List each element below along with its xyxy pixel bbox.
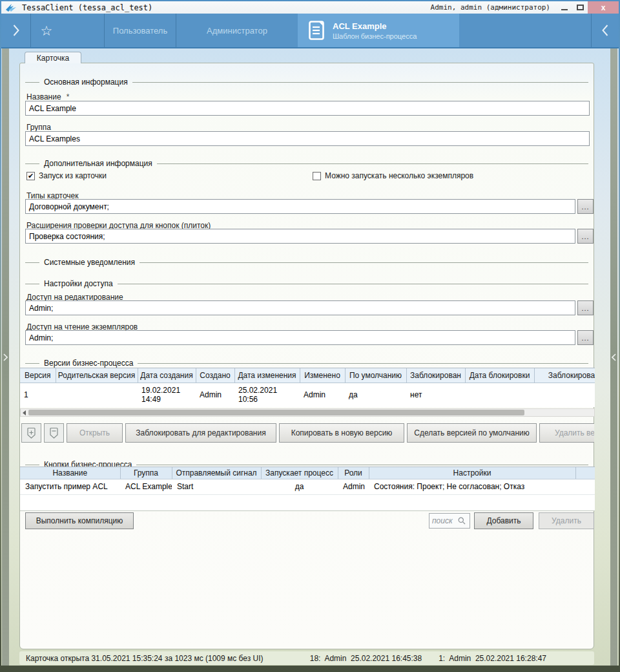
tab-acl-example[interactable]: ACL Example Шаблон бизнес-процесса <box>298 14 459 47</box>
cell-created-by[interactable]: Admin <box>196 383 234 407</box>
column-header[interactable]: Заблокирован сот <box>534 368 595 383</box>
edit-access-ellipsis-button[interactable]: ... <box>577 300 594 315</box>
version-table-row[interactable]: 1 19.02.2021 14:49 Admin 25.02.2021 10:5… <box>20 383 595 407</box>
access-extensions-input[interactable]: Проверка состояния; <box>25 229 575 244</box>
read-access-input[interactable]: Admin; <box>25 330 575 345</box>
status-open-info: Карточка открыта 31.05.2021 15:35:24 за … <box>26 654 264 663</box>
edit-access-input[interactable]: Admin; <box>25 300 575 315</box>
card-types-ellipsis-button[interactable]: ... <box>577 199 594 214</box>
column-header[interactable]: Создано <box>196 368 234 383</box>
cell-locked-by[interactable] <box>534 383 595 407</box>
nav-forward-button[interactable] <box>1 14 30 47</box>
navbar: ☆ Пользователь Администратор ACL Example… <box>1 14 619 47</box>
compile-button[interactable]: Выполнить компиляцию <box>25 512 134 529</box>
column-header[interactable]: По умолчанию <box>345 368 406 383</box>
cell-roles[interactable]: Admin <box>338 479 369 494</box>
cell-modified-by[interactable]: Admin <box>300 383 345 407</box>
lock-for-edit-button[interactable]: Заблокировать для редактирования <box>125 423 276 443</box>
close-button[interactable]: x <box>588 1 619 14</box>
expand-rows-button[interactable] <box>21 423 41 443</box>
name-input[interactable]: ACL Example <box>25 101 590 116</box>
tab-admin[interactable]: Администратор <box>176 14 298 47</box>
column-header[interactable]: Запускает процесс <box>261 467 338 479</box>
open-version-button[interactable]: Открыть <box>67 423 123 443</box>
active-tab-title: ACL Example <box>333 21 417 31</box>
tessa-logo-icon <box>5 3 17 12</box>
cell-is-default[interactable]: да <box>345 383 406 407</box>
search-box[interactable] <box>429 513 470 529</box>
column-header[interactable]: Роли <box>338 467 369 479</box>
column-header[interactable]: Заблокирован <box>406 368 465 383</box>
left-splitter[interactable] <box>2 48 9 666</box>
active-tab-subtitle: Шаблон бизнес-процесса <box>333 32 417 40</box>
make-default-version-button[interactable]: Сделать версией по умолчанию <box>407 423 537 443</box>
minimize-icon <box>561 9 568 10</box>
name-field-label: Название* <box>26 92 69 101</box>
search-input[interactable] <box>432 516 458 525</box>
column-header[interactable]: Название <box>20 467 120 479</box>
cell-settings[interactable]: Состояния: Проект; Не согласован; Отказ <box>369 479 575 494</box>
star-icon: ☆ <box>41 24 53 37</box>
column-header[interactable]: Настройки <box>369 467 575 479</box>
delete-button[interactable]: Удалить <box>539 512 594 529</box>
favorites-button[interactable]: ☆ <box>31 14 62 47</box>
column-header[interactable]: Отправляемый сигнал <box>172 467 261 479</box>
group-field-label: Группа <box>26 123 51 132</box>
add-button[interactable]: Добавить <box>474 512 533 529</box>
chevron-left-icon <box>602 25 608 36</box>
process-buttons-table: Название Группа Отправляемый сигнал Запу… <box>20 467 595 511</box>
cell-modified-date[interactable]: 25.02.2021 10:56 <box>234 383 300 407</box>
cell-version[interactable]: 1 <box>20 383 56 407</box>
shield-minus-icon <box>49 427 59 439</box>
multiple-instances-checkbox[interactable]: Можно запускать несколько экземпляров <box>313 171 473 180</box>
section-process-versions: Версии бизнес-процесса <box>25 359 588 368</box>
scrollbar-thumb[interactable] <box>28 410 524 415</box>
column-header <box>575 467 595 479</box>
tab-user[interactable]: Пользователь <box>105 14 176 47</box>
column-header[interactable]: Родительская версия <box>56 368 138 383</box>
section-additional-info: Дополнительная информация <box>25 159 588 168</box>
nav-spacer <box>459 14 591 47</box>
cell-parent-version[interactable] <box>56 383 138 407</box>
maximize-icon <box>577 5 584 10</box>
card-types-input[interactable]: Договорной документ; <box>25 199 575 214</box>
column-header[interactable]: Версия <box>20 368 56 383</box>
cell-starts-process[interactable]: да <box>261 479 338 494</box>
column-header[interactable]: Группа <box>120 467 172 479</box>
cell-signal[interactable]: Start <box>172 479 261 494</box>
delete-version-button[interactable]: Удалить ве <box>539 423 594 443</box>
cell-button-name[interactable]: Запустить пример ACL <box>20 479 120 494</box>
tab-card[interactable]: Карточка <box>25 52 81 63</box>
collapse-rows-button[interactable] <box>44 423 64 443</box>
minimize-button[interactable] <box>557 1 572 14</box>
nav-spacer <box>62 14 104 47</box>
read-access-ellipsis-button[interactable]: ... <box>577 330 594 345</box>
search-icon <box>458 517 466 525</box>
cell-is-locked[interactable]: нет <box>406 383 465 407</box>
process-button-row[interactable]: Запустить пример ACL ACL Example Start д… <box>20 479 595 494</box>
cell-button-group[interactable]: ACL Example <box>120 479 172 494</box>
statusbar: Карточка открыта 31.05.2021 15:35:24 за … <box>19 651 594 665</box>
group-input[interactable]: ACL Examples <box>25 131 590 146</box>
checkbox-label: Запуск из карточки <box>39 171 107 180</box>
column-header[interactable]: Дата блокировки <box>465 368 534 383</box>
versions-header-row: Версия Родительская версия Дата создания… <box>20 368 595 383</box>
horizontal-scrollbar[interactable] <box>20 408 595 417</box>
column-header[interactable]: Дата создания <box>138 368 196 383</box>
status-history: 18: Admin 25.02.2021 16:45:38 1: Admin 2… <box>310 654 588 663</box>
launch-from-card-checkbox[interactable]: ✔ Запуск из карточки <box>26 171 107 180</box>
copy-to-new-version-button[interactable]: Копировать в новую версию <box>279 423 404 443</box>
version-actions-toolbar: Открыть Заблокировать для редактирования… <box>21 423 594 443</box>
buttons-header-row: Название Группа Отправляемый сигнал Запу… <box>20 467 595 479</box>
chevron-left-icon <box>612 353 616 361</box>
column-header[interactable]: Изменено <box>300 368 345 383</box>
cell-lock-date[interactable] <box>465 383 534 407</box>
access-extensions-ellipsis-button[interactable]: ... <box>577 229 594 244</box>
maximize-button[interactable] <box>572 1 588 14</box>
nav-back-button[interactable] <box>592 14 619 47</box>
scroll-left-arrow[interactable] <box>21 410 27 415</box>
checkbox-unchecked-icon <box>313 172 321 180</box>
right-splitter[interactable] <box>610 48 617 666</box>
column-header[interactable]: Дата изменения <box>234 368 300 383</box>
cell-created-date[interactable]: 19.02.2021 14:49 <box>138 383 196 407</box>
